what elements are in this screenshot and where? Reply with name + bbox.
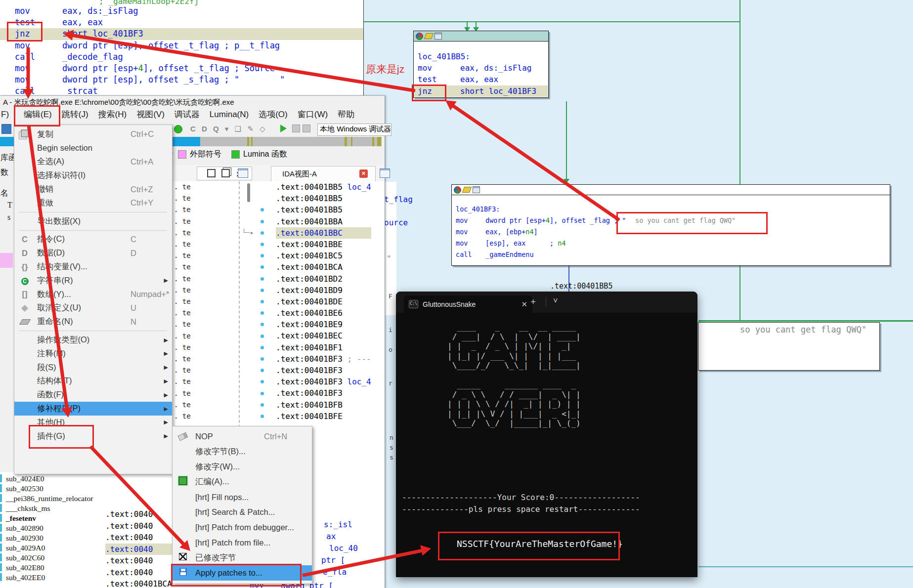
menu-item--b-[interactable]: 修改字节(B)...: [173, 444, 312, 460]
asm-line[interactable]: loc_401BB5:: [414, 51, 548, 62]
address-row[interactable]: .text:00401BC5: [276, 250, 371, 261]
asm-line[interactable]: moveax, ds:_isFlag: [414, 62, 548, 74]
address-row[interactable]: .text:0040: [105, 544, 172, 555]
asm-line[interactable]: jnzshort loc_401BF3: [0, 28, 363, 40]
address-row[interactable]: .text:0040: [105, 567, 172, 579]
menu-item--r-[interactable]: C字符串(R)▶: [14, 274, 172, 288]
menu-item--hrt-search-patch-[interactable]: [hrt] Search & Patch...: [173, 504, 312, 520]
menu-item-3[interactable]: 视图(V): [131, 108, 170, 121]
run-icon[interactable]: [280, 125, 287, 132]
address-row[interactable]: .text:00401BBA: [276, 216, 371, 227]
menu-item-7[interactable]: 窗口(W): [293, 108, 333, 121]
toolbar-icon[interactable]: [1, 124, 11, 134]
menu-item--p-[interactable]: 修补程序(P)▶: [14, 402, 172, 416]
function-list-item[interactable]: sub_402530: [6, 484, 43, 494]
record-icon[interactable]: [174, 125, 182, 133]
asm-line[interactable]: testeax, eax: [414, 74, 548, 85]
menu-item-2[interactable]: 搜索(H): [93, 108, 132, 121]
menu-item-4[interactable]: 调试器: [170, 108, 205, 121]
menu-item--m-[interactable]: 注释(M)▶: [14, 347, 172, 361]
debugger-selector[interactable]: 本地 Windows 调试器: [317, 124, 391, 136]
address-row[interactable]: .text:00401BE6: [276, 307, 371, 319]
menu-item--hrt-fill-nops-[interactable]: [hrt] Fill nops...: [173, 490, 312, 505]
menu-item-8[interactable]: 帮助: [333, 108, 359, 121]
function-list-item[interactable]: sub_4029A0: [6, 544, 45, 553]
restore-icon[interactable]: [221, 169, 230, 177]
menu-item--o-[interactable]: 操作数类型(O)▶: [14, 333, 172, 347]
toolbar-group-icons[interactable]: C D Q ▾ ❑ ✎ ◇: [190, 125, 267, 133]
address-row[interactable]: .text:00401BB5 loc_4: [276, 181, 371, 193]
function-list-item[interactable]: sub_402890: [6, 524, 43, 534]
address-row[interactable]: .text:00401BCA: [105, 578, 172, 588]
address-row[interactable]: .text:00401BD9: [276, 285, 371, 296]
address-row[interactable]: .text:00401BCA: [276, 261, 371, 273]
address-row[interactable]: .text:00401BF3 ; ---: [276, 353, 371, 365]
address-row[interactable]: .text:00401BBC: [276, 227, 371, 239]
maximize-icon[interactable]: [207, 169, 216, 177]
new-tab-icon[interactable]: +: [530, 296, 536, 307]
address-row[interactable]: .text:00401BDE: [276, 296, 371, 307]
menu-item--a-[interactable]: 汇编(A)...: [173, 474, 312, 490]
menu-item--s-[interactable]: 段(S)▶: [14, 361, 172, 375]
tab-close-icon[interactable]: ✕: [521, 300, 527, 309]
scroll-thumb[interactable]: [247, 183, 250, 202]
menu-item-5[interactable]: Lumina(N): [205, 108, 254, 121]
address-row[interactable]: .text:0040: [105, 532, 172, 544]
graph-node-endmenu[interactable]: so you cant get flag QWQ": [698, 322, 880, 371]
address-row[interactable]: .text:00401BD2: [276, 273, 371, 285]
asm-line[interactable]: call_gameEndmenu: [452, 249, 889, 260]
menu-item--w-[interactable]: 修改字(W)...: [173, 459, 312, 474]
menu-item--a-[interactable]: 全选(A)Ctrl+A: [14, 155, 172, 169]
menu-item-begin-selection[interactable]: Begin selection: [14, 141, 172, 155]
address-row[interactable]: .text:00401BF1: [276, 342, 371, 353]
menu-item--[interactable]: 已修改字节: [173, 550, 312, 566]
address-row[interactable]: .text:00401BFE: [276, 411, 371, 422]
address-row[interactable]: .text:0040: [105, 555, 172, 567]
graph-node-decode-flag[interactable]: ; _gameMainLoop+2E2↑j moveax, ds:_isFlag…: [0, 0, 364, 95]
menu-item--n-[interactable]: 重命名(N)N: [14, 315, 172, 329]
menu-item--y-[interactable]: []数组(Y)...Numpad+*: [14, 288, 172, 301]
asm-line[interactable]: movdword ptr [esp], offset _s_flag ; " ": [0, 74, 363, 85]
address-row[interactable]: .text:00401BEC: [276, 330, 371, 341]
address-row[interactable]: .text:00401BF3 loc_4: [276, 376, 371, 387]
menu-item--x-[interactable]: 导出数据(X): [14, 214, 172, 228]
address-row[interactable]: .text:00401BB5: [276, 193, 371, 204]
function-list-item[interactable]: ___chkstk_ms: [6, 504, 50, 514]
address-row[interactable]: .text:00401BBE: [276, 239, 371, 250]
function-list-item[interactable]: sub_4024E0: [6, 474, 44, 484]
menu-item--u-[interactable]: 取消定义(U)U: [14, 301, 172, 315]
tab-ida-view-a[interactable]: IDA视图-A ×: [271, 166, 376, 182]
function-list-item[interactable]: sub_402930: [6, 534, 43, 544]
pause-icon[interactable]: [292, 125, 300, 132]
address-row[interactable]: .text:0040: [105, 508, 172, 520]
stop-icon[interactable]: [303, 125, 310, 132]
menu-item--f-[interactable]: 函数(F)▶: [14, 388, 172, 402]
address-row[interactable]: .text:00401BB5: [276, 204, 371, 215]
menu-item-6[interactable]: 选项(O): [254, 108, 293, 121]
asm-line[interactable]: call_strcat: [0, 85, 363, 95]
terminal-tab[interactable]: C:\ GluttonousSnake ✕: [404, 295, 532, 313]
menu-item--c-[interactable]: C指令(C)C: [14, 233, 172, 247]
menu-item--[interactable]: 复制Ctrl+C: [14, 127, 172, 141]
menu-item--t-[interactable]: 结构体(T)▶: [14, 375, 172, 388]
menu-item--d-[interactable]: D数据(D)D: [14, 246, 172, 260]
address-row[interactable]: .text:00401BFB: [276, 399, 371, 411]
tab-close-icon[interactable]: ×: [359, 169, 368, 178]
menu-item--i-[interactable]: 选择标识符(I): [14, 168, 172, 182]
next-tab-icon[interactable]: [380, 168, 390, 178]
address-row[interactable]: .text:00401BF3: [276, 365, 371, 376]
menu-item--v-[interactable]: {}结构变量(V)...: [14, 260, 172, 274]
tab-dropdown-icon[interactable]: ˅: [553, 296, 558, 305]
menu-item-nop[interactable]: NOPCtrl+N: [173, 429, 312, 444]
menu-item--hrt-patch-from-debugger-[interactable]: [hrt] Patch from debugger...: [173, 520, 312, 535]
function-list-item[interactable]: sub_402C60: [6, 553, 44, 563]
view-pane-icon[interactable]: [238, 168, 248, 178]
function-list-item[interactable]: sub_402EE0: [6, 573, 45, 583]
function-list-item[interactable]: sub_402E80: [6, 563, 44, 573]
function-list-item[interactable]: _fesetenv: [6, 514, 36, 524]
function-list-item[interactable]: __pei386_runtime_relocator: [6, 494, 93, 504]
menu-file-partial[interactable]: F): [0, 108, 14, 121]
address-row[interactable]: .text:00401BF3: [276, 387, 371, 399]
asm-line[interactable]: moveax, ds:_isFlag: [0, 5, 363, 17]
menu-item-1[interactable]: 跳转(J): [57, 108, 93, 121]
